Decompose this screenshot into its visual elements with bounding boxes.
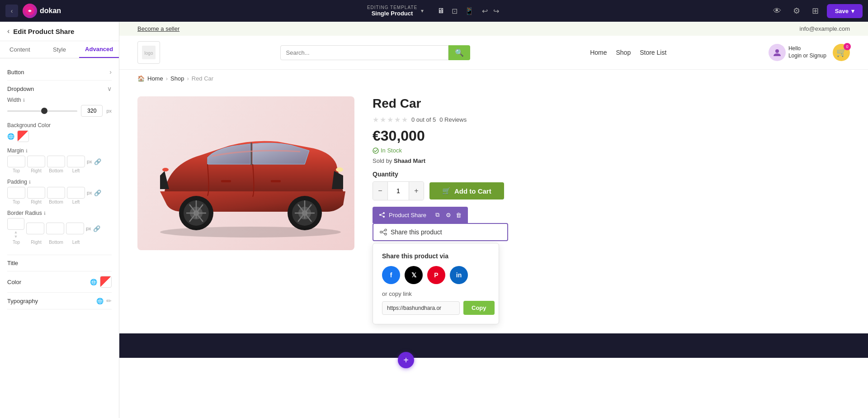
nav-shop[interactable]: Shop: [616, 49, 631, 56]
cart-button[interactable]: 🛒 0: [833, 44, 850, 61]
search-button[interactable]: 🔍: [448, 45, 470, 60]
panel-header: ‹ Edit Product Share: [0, 22, 119, 41]
padding-bottom[interactable]: [47, 187, 65, 199]
border-radius-right[interactable]: [26, 223, 44, 234]
margin-top[interactable]: [7, 156, 25, 167]
in-stock-status: In Stock: [373, 147, 850, 154]
template-name: Single Product: [367, 10, 417, 17]
border-radius-link-icon[interactable]: 🔗: [93, 225, 100, 232]
padding-label: Padding ℹ: [7, 179, 112, 185]
preview-btn[interactable]: 👁: [769, 5, 785, 18]
padding-top[interactable]: [7, 187, 25, 199]
nav-home[interactable]: Home: [590, 49, 607, 56]
padding-link-icon[interactable]: 🔗: [94, 190, 101, 196]
star-4: ★: [394, 115, 401, 124]
user-greeting: Hello: [788, 45, 826, 52]
qty-minus-btn[interactable]: −: [373, 182, 387, 200]
svg-point-5: [336, 167, 343, 172]
become-seller-link[interactable]: Become a seller: [137, 25, 179, 32]
padding-right[interactable]: [27, 187, 45, 199]
padding-inputs: [7, 187, 85, 199]
typography-globe-icon[interactable]: 🌐: [96, 298, 104, 304]
margin-bottom[interactable]: [47, 156, 65, 167]
layers-btn[interactable]: ⊞: [808, 4, 822, 18]
template-dropdown-btn[interactable]: ▾: [421, 8, 424, 14]
device-tablet-btn[interactable]: ⊡: [449, 5, 460, 17]
padding-left[interactable]: [67, 187, 85, 199]
qty-input[interactable]: [387, 182, 409, 200]
border-radius-bottom[interactable]: [46, 223, 64, 234]
copy-link-input[interactable]: [382, 301, 460, 315]
twitter-share-btn[interactable]: 𝕏: [405, 266, 423, 284]
share-bar-delete-btn[interactable]: 🗑: [456, 212, 462, 218]
bg-color-swatch[interactable]: [17, 130, 29, 142]
svg-point-33: [380, 231, 382, 233]
share-popup-title: Share this product via: [382, 252, 490, 260]
width-label: Width ℹ: [7, 97, 112, 103]
button-expand-icon[interactable]: ›: [109, 68, 112, 76]
canvas-area: Become a seller info@example.com logo 🔍 …: [119, 22, 868, 418]
section-typography: Typography 🌐 ✏: [7, 293, 112, 309]
border-radius-unit: px: [86, 226, 91, 231]
border-radius-left[interactable]: [66, 223, 84, 234]
width-slider[interactable]: [7, 110, 77, 112]
undo-btn[interactable]: ↩: [480, 5, 490, 17]
tab-style[interactable]: Style: [40, 41, 80, 58]
tab-advanced[interactable]: Advanced: [79, 41, 119, 58]
search-input[interactable]: [280, 45, 448, 60]
add-to-cart-button[interactable]: 🛒 Add to Cart: [429, 182, 504, 200]
breadcrumb-shop[interactable]: Shop: [170, 75, 184, 82]
width-input[interactable]: 320: [81, 105, 103, 117]
main-layout: ‹ Edit Product Share Content Style Advan…: [0, 22, 868, 418]
rating-text: 0 out of 5: [411, 116, 436, 123]
tab-content[interactable]: Content: [0, 41, 40, 58]
device-mobile-btn[interactable]: 📱: [462, 5, 476, 17]
left-panel: ‹ Edit Product Share Content Style Advan…: [0, 22, 119, 418]
section-dropdown: Dropdown ∨ Width ℹ 320 px: [7, 81, 112, 255]
product-share-bar[interactable]: Product Share ⧉ ⚙ 🗑: [373, 207, 468, 223]
margin-label: Margin ℹ: [7, 147, 112, 154]
nav-store-list[interactable]: Store List: [640, 49, 666, 56]
save-dropdown-arrow: ▾: [851, 8, 854, 14]
bg-color-label: Background Color: [7, 122, 112, 128]
qty-plus-btn[interactable]: +: [409, 182, 424, 200]
linkedin-share-btn[interactable]: in: [450, 266, 468, 284]
share-bar-copy-btn[interactable]: ⧉: [434, 210, 441, 219]
margin-link-icon[interactable]: 🔗: [94, 158, 101, 165]
redo-btn[interactable]: ↪: [491, 5, 501, 17]
save-button[interactable]: Save ▾: [827, 4, 863, 18]
section-color: Color 🌐: [7, 271, 112, 293]
pinterest-share-btn[interactable]: P: [427, 266, 445, 284]
button-section-label: Button: [7, 69, 24, 76]
facebook-share-btn[interactable]: f: [382, 266, 400, 284]
margin-left[interactable]: [67, 156, 85, 167]
logo-icon: [23, 4, 37, 18]
qty-control: − +: [373, 181, 424, 200]
panel-content: Button › Dropdown ∨ Width ℹ 320: [0, 58, 119, 418]
dropdown-collapse-icon[interactable]: ∨: [107, 85, 112, 92]
breadcrumb-home[interactable]: Home: [147, 75, 163, 82]
border-radius-top[interactable]: [7, 218, 24, 230]
width-info-icon: ℹ: [23, 98, 25, 103]
bg-color-globe-icon[interactable]: 🌐: [7, 133, 14, 140]
padding-labels: Top Right Bottom Left: [7, 200, 112, 204]
copy-button[interactable]: Copy: [463, 301, 495, 315]
typography-edit-icon[interactable]: ✏: [106, 297, 112, 304]
panel-back-btn[interactable]: ‹: [7, 27, 9, 35]
back-button[interactable]: ‹: [5, 5, 18, 17]
bar-actions: ⧉ ⚙ 🗑: [434, 210, 462, 219]
svg-text:logo: logo: [145, 51, 153, 56]
section-button: Button ›: [7, 64, 112, 81]
settings-btn[interactable]: ⚙: [789, 4, 804, 18]
svg-line-31: [381, 215, 383, 216]
panel-tabs: Content Style Advanced: [0, 41, 119, 58]
share-this-product-label: Share this product: [391, 228, 442, 236]
floating-add-button[interactable]: +: [398, 352, 414, 368]
margin-right[interactable]: [27, 156, 45, 167]
svg-point-32: [385, 229, 387, 231]
device-desktop-btn[interactable]: 🖥: [434, 5, 447, 17]
share-bar-settings-btn[interactable]: ⚙: [444, 211, 453, 219]
color-swatch[interactable]: [100, 276, 112, 288]
color-globe-icon[interactable]: 🌐: [90, 279, 97, 285]
store-user: Hello Login or Signup 🛒 0: [769, 44, 850, 61]
